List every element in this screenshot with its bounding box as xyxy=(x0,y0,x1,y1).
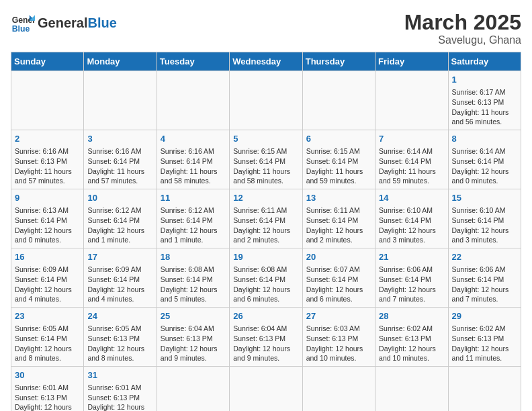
calendar-cell xyxy=(84,71,157,130)
day-header-saturday: Saturday xyxy=(448,52,521,71)
calendar-cell: 15Sunrise: 6:10 AM Sunset: 6:14 PM Dayli… xyxy=(448,189,521,248)
cell-day-number: 5 xyxy=(233,133,298,145)
cell-day-number: 19 xyxy=(233,251,298,263)
day-header-thursday: Thursday xyxy=(302,52,375,71)
cell-day-number: 4 xyxy=(161,133,226,145)
cell-day-number: 17 xyxy=(87,251,152,263)
cell-info-text: Sunrise: 6:17 AM Sunset: 6:13 PM Dayligh… xyxy=(452,87,517,127)
calendar-cell: 13Sunrise: 6:11 AM Sunset: 6:14 PM Dayli… xyxy=(302,189,375,248)
logo-blue: Blue xyxy=(87,15,116,30)
cell-info-text: Sunrise: 6:11 AM Sunset: 6:14 PM Dayligh… xyxy=(233,205,298,245)
cell-day-number: 2 xyxy=(15,133,80,145)
cell-day-number: 25 xyxy=(161,310,226,322)
calendar-week-6: 30Sunrise: 6:01 AM Sunset: 6:13 PM Dayli… xyxy=(11,366,521,411)
cell-day-number: 23 xyxy=(15,310,80,322)
calendar-cell xyxy=(448,366,521,411)
day-header-tuesday: Tuesday xyxy=(157,52,229,71)
calendar-cell: 9Sunrise: 6:13 AM Sunset: 6:14 PM Daylig… xyxy=(11,189,84,248)
calendar-cell: 31Sunrise: 6:01 AM Sunset: 6:13 PM Dayli… xyxy=(84,366,157,411)
calendar-cell: 7Sunrise: 6:14 AM Sunset: 6:14 PM Daylig… xyxy=(375,130,448,189)
cell-info-text: Sunrise: 6:07 AM Sunset: 6:14 PM Dayligh… xyxy=(306,265,371,304)
cell-day-number: 22 xyxy=(452,251,517,263)
cell-day-number: 31 xyxy=(87,369,152,381)
calendar-cell: 14Sunrise: 6:10 AM Sunset: 6:14 PM Dayli… xyxy=(375,189,448,248)
calendar-cell: 5Sunrise: 6:15 AM Sunset: 6:14 PM Daylig… xyxy=(230,130,302,189)
cell-info-text: Sunrise: 6:08 AM Sunset: 6:14 PM Dayligh… xyxy=(161,265,226,304)
svg-text:Blue: Blue xyxy=(12,24,30,34)
cell-info-text: Sunrise: 6:16 AM Sunset: 6:14 PM Dayligh… xyxy=(161,146,226,186)
cell-day-number: 24 xyxy=(87,310,152,322)
calendar-cell: 4Sunrise: 6:16 AM Sunset: 6:14 PM Daylig… xyxy=(157,130,229,189)
calendar-week-5: 23Sunrise: 6:05 AM Sunset: 6:14 PM Dayli… xyxy=(11,307,521,366)
logo-icon: General Blue xyxy=(11,11,35,35)
logo-general: General xyxy=(38,15,87,30)
calendar-cell xyxy=(375,71,448,130)
cell-info-text: Sunrise: 6:08 AM Sunset: 6:14 PM Dayligh… xyxy=(233,265,298,304)
cell-info-text: Sunrise: 6:14 AM Sunset: 6:14 PM Dayligh… xyxy=(452,146,517,186)
cell-day-number: 6 xyxy=(306,133,371,145)
calendar-cell: 2Sunrise: 6:16 AM Sunset: 6:13 PM Daylig… xyxy=(11,130,84,189)
cell-info-text: Sunrise: 6:13 AM Sunset: 6:14 PM Dayligh… xyxy=(15,205,80,245)
calendar-cell: 11Sunrise: 6:12 AM Sunset: 6:14 PM Dayli… xyxy=(157,189,229,248)
cell-info-text: Sunrise: 6:10 AM Sunset: 6:14 PM Dayligh… xyxy=(452,205,517,245)
calendar-body: 1Sunrise: 6:17 AM Sunset: 6:13 PM Daylig… xyxy=(11,71,521,411)
cell-day-number: 15 xyxy=(452,192,517,204)
day-header-wednesday: Wednesday xyxy=(230,52,302,71)
calendar-cell: 20Sunrise: 6:07 AM Sunset: 6:14 PM Dayli… xyxy=(302,248,375,308)
cell-info-text: Sunrise: 6:15 AM Sunset: 6:14 PM Dayligh… xyxy=(306,146,371,186)
calendar-cell: 18Sunrise: 6:08 AM Sunset: 6:14 PM Dayli… xyxy=(157,248,229,308)
cell-day-number: 28 xyxy=(379,310,444,322)
calendar-header: SundayMondayTuesdayWednesdayThursdayFrid… xyxy=(11,52,521,71)
cell-day-number: 7 xyxy=(379,133,444,145)
calendar-cell xyxy=(157,71,229,130)
calendar-week-3: 9Sunrise: 6:13 AM Sunset: 6:14 PM Daylig… xyxy=(11,189,521,248)
cell-day-number: 29 xyxy=(452,310,517,322)
cell-day-number: 18 xyxy=(161,251,226,263)
title-area: March 2025 Savelugu, Ghana xyxy=(404,11,521,46)
cell-info-text: Sunrise: 6:12 AM Sunset: 6:14 PM Dayligh… xyxy=(161,205,226,245)
calendar-cell xyxy=(302,366,375,411)
cell-info-text: Sunrise: 6:02 AM Sunset: 6:13 PM Dayligh… xyxy=(452,324,517,363)
cell-info-text: Sunrise: 6:06 AM Sunset: 6:14 PM Dayligh… xyxy=(452,265,517,304)
cell-info-text: Sunrise: 6:15 AM Sunset: 6:14 PM Dayligh… xyxy=(233,146,298,186)
cell-day-number: 30 xyxy=(15,369,80,381)
logo: General Blue GeneralBlue xyxy=(11,11,117,35)
cell-info-text: Sunrise: 6:16 AM Sunset: 6:13 PM Dayligh… xyxy=(15,146,80,186)
cell-day-number: 3 xyxy=(87,133,152,145)
cell-day-number: 26 xyxy=(233,310,298,322)
day-header-sunday: Sunday xyxy=(11,52,84,71)
calendar-table: SundayMondayTuesdayWednesdayThursdayFrid… xyxy=(11,52,521,411)
calendar-cell: 8Sunrise: 6:14 AM Sunset: 6:14 PM Daylig… xyxy=(448,130,521,189)
cell-info-text: Sunrise: 6:04 AM Sunset: 6:13 PM Dayligh… xyxy=(233,324,298,363)
calendar-cell xyxy=(230,366,302,411)
cell-info-text: Sunrise: 6:09 AM Sunset: 6:14 PM Dayligh… xyxy=(87,265,152,304)
cell-day-number: 8 xyxy=(452,133,517,145)
calendar-cell: 29Sunrise: 6:02 AM Sunset: 6:13 PM Dayli… xyxy=(448,307,521,366)
day-header-monday: Monday xyxy=(84,52,157,71)
cell-day-number: 27 xyxy=(306,310,371,322)
calendar-cell: 10Sunrise: 6:12 AM Sunset: 6:14 PM Dayli… xyxy=(84,189,157,248)
calendar-cell: 19Sunrise: 6:08 AM Sunset: 6:14 PM Dayli… xyxy=(230,248,302,308)
cell-info-text: Sunrise: 6:12 AM Sunset: 6:14 PM Dayligh… xyxy=(87,205,152,245)
cell-info-text: Sunrise: 6:09 AM Sunset: 6:14 PM Dayligh… xyxy=(15,265,80,304)
header: General Blue GeneralBlue March 2025 Save… xyxy=(11,11,521,46)
calendar-cell xyxy=(302,71,375,130)
calendar-week-4: 16Sunrise: 6:09 AM Sunset: 6:14 PM Dayli… xyxy=(11,248,521,308)
calendar-week-1: 1Sunrise: 6:17 AM Sunset: 6:13 PM Daylig… xyxy=(11,71,521,130)
calendar-week-2: 2Sunrise: 6:16 AM Sunset: 6:13 PM Daylig… xyxy=(11,130,521,189)
cell-info-text: Sunrise: 6:11 AM Sunset: 6:14 PM Dayligh… xyxy=(306,205,371,245)
cell-info-text: Sunrise: 6:03 AM Sunset: 6:13 PM Dayligh… xyxy=(306,324,371,363)
calendar-cell xyxy=(230,71,302,130)
cell-info-text: Sunrise: 6:02 AM Sunset: 6:13 PM Dayligh… xyxy=(379,324,444,363)
cell-info-text: Sunrise: 6:05 AM Sunset: 6:14 PM Dayligh… xyxy=(15,324,80,363)
calendar-header-row: SundayMondayTuesdayWednesdayThursdayFrid… xyxy=(11,52,521,71)
cell-day-number: 14 xyxy=(379,192,444,204)
cell-day-number: 21 xyxy=(379,251,444,263)
calendar-cell xyxy=(157,366,229,411)
calendar-cell: 28Sunrise: 6:02 AM Sunset: 6:13 PM Dayli… xyxy=(375,307,448,366)
cell-day-number: 1 xyxy=(452,74,517,86)
calendar-cell xyxy=(375,366,448,411)
calendar-cell: 1Sunrise: 6:17 AM Sunset: 6:13 PM Daylig… xyxy=(448,71,521,130)
calendar-cell: 12Sunrise: 6:11 AM Sunset: 6:14 PM Dayli… xyxy=(230,189,302,248)
cell-day-number: 9 xyxy=(15,192,80,204)
